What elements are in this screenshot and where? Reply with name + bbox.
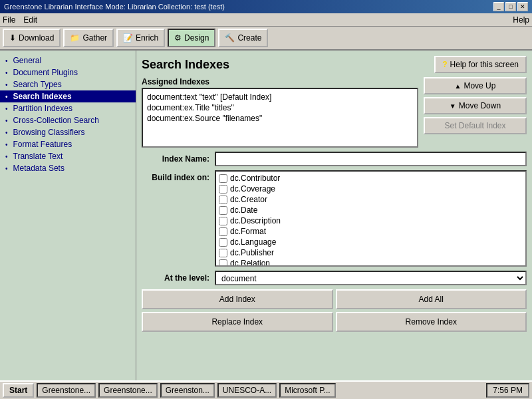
window-title: Greenstone Librarian Interface Mode: Lib… bbox=[4, 3, 225, 11]
taskbar-item-0[interactable]: Greenstone... bbox=[37, 383, 96, 398]
taskbar: Start Greenstone... Greenstone... Greens… bbox=[0, 380, 532, 399]
checkbox-list-container[interactable]: dc.Contributordc.Coveragedc.Creatordc.Da… bbox=[215, 170, 527, 267]
move-down-button[interactable]: Move Down bbox=[424, 97, 527, 114]
close-button[interactable]: ✕ bbox=[517, 2, 528, 11]
help-for-screen-button[interactable]: ? Help for this screen bbox=[434, 56, 527, 73]
taskbar-item-2[interactable]: Greenston... bbox=[160, 383, 215, 398]
sidebar-item-search-indexes[interactable]: Search Indexes bbox=[0, 90, 136, 102]
checkbox-item-7: dc.Publisher bbox=[217, 247, 524, 258]
create-tab[interactable]: 🔨 Create bbox=[218, 29, 268, 47]
assigned-indexes-label: Assigned Indexes bbox=[142, 77, 418, 86]
gather-icon: 📁 bbox=[70, 33, 80, 43]
taskbar-clock: 7:56 PM bbox=[486, 383, 529, 398]
add-index-button[interactable]: Add Index bbox=[142, 289, 333, 309]
design-tab[interactable]: ⚙ Design bbox=[168, 29, 215, 47]
taskbar-item-1[interactable]: Greenstone... bbox=[98, 383, 158, 398]
checkbox-8[interactable] bbox=[219, 259, 227, 267]
bottom-buttons: Add Index Add All Replace Index Remove I… bbox=[142, 289, 527, 332]
level-select[interactable]: document section paragraph bbox=[215, 271, 527, 285]
file-menu[interactable]: File bbox=[3, 15, 15, 25]
side-buttons: Move Up Move Down Set Default Index bbox=[424, 77, 527, 148]
arrow-down-icon bbox=[450, 101, 456, 110]
checkbox-item-8: dc.Relation bbox=[217, 258, 524, 267]
checkbox-4[interactable] bbox=[219, 217, 227, 225]
sidebar-item-search-types[interactable]: Search Types bbox=[0, 78, 136, 90]
index-name-row: Index Name: bbox=[142, 152, 527, 166]
arrow-up-icon bbox=[455, 81, 462, 90]
sidebar-item-general[interactable]: General bbox=[0, 55, 136, 66]
checkbox-5[interactable] bbox=[219, 227, 227, 236]
checkbox-item-0: dc.Contributor bbox=[217, 173, 524, 184]
checkbox-item-5: dc.Format bbox=[217, 226, 524, 237]
checkbox-item-3: dc.Date bbox=[217, 205, 524, 215]
replace-index-button[interactable]: Replace Index bbox=[142, 312, 333, 332]
build-index-label: Build index on: bbox=[142, 170, 215, 267]
title-bar: Greenstone Librarian Interface Mode: Lib… bbox=[0, 0, 532, 13]
assigned-indexes-list[interactable]: document:text "text" [Default Index] doc… bbox=[142, 88, 418, 148]
main-layout: General Document Plugins Search Types Se… bbox=[0, 51, 532, 380]
sidebar-item-format-features[interactable]: Format Features bbox=[0, 138, 136, 150]
help-icon: ? bbox=[442, 60, 447, 69]
build-index-section: Build index on: dc.Contributordc.Coverag… bbox=[142, 170, 527, 267]
checkbox-item-6: dc.Language bbox=[217, 237, 524, 247]
maximize-button[interactable]: □ bbox=[505, 2, 516, 11]
content-header: Search Indexes ? Help for this screen bbox=[142, 56, 527, 73]
index-name-label: Index Name: bbox=[142, 154, 215, 164]
level-label: At the level: bbox=[142, 273, 215, 283]
index-entry-2[interactable]: document:ex.Source "filenames" bbox=[146, 113, 414, 124]
move-up-button[interactable]: Move Up bbox=[424, 77, 527, 94]
checkbox-item-4: dc.Description bbox=[217, 215, 524, 226]
gather-tab[interactable]: 📁 Gather bbox=[63, 29, 114, 47]
set-default-index-button[interactable]: Set Default Index bbox=[424, 117, 527, 134]
start-button[interactable]: Start bbox=[3, 383, 34, 398]
checkbox-3[interactable] bbox=[219, 206, 227, 215]
download-icon: ⬇ bbox=[9, 33, 16, 43]
edit-menu[interactable]: Edit bbox=[23, 15, 37, 25]
enrich-icon: 📝 bbox=[123, 33, 133, 43]
sidebar-item-document-plugins[interactable]: Document Plugins bbox=[0, 66, 136, 78]
checkbox-item-2: dc.Creator bbox=[217, 194, 524, 205]
sidebar-item-translate-text[interactable]: Translate Text bbox=[0, 150, 136, 162]
taskbar-item-4[interactable]: Microsoft P... bbox=[279, 383, 335, 398]
level-row: At the level: document section paragraph bbox=[142, 271, 527, 285]
index-name-input[interactable] bbox=[215, 152, 527, 166]
menu-bar: File Edit Help bbox=[0, 13, 532, 27]
window-controls: _ □ ✕ bbox=[493, 2, 528, 11]
sidebar: General Document Plugins Search Types Se… bbox=[0, 51, 136, 380]
sidebar-item-partition-indexes[interactable]: Partition Indexes bbox=[0, 102, 136, 114]
enrich-tab[interactable]: 📝 Enrich bbox=[116, 29, 165, 47]
page-title: Search Indexes bbox=[142, 58, 229, 72]
sidebar-item-metadata-sets[interactable]: Metadata Sets bbox=[0, 162, 136, 174]
sidebar-item-cross-collection[interactable]: Cross-Collection Search bbox=[0, 114, 136, 126]
help-menu[interactable]: Help bbox=[513, 15, 529, 25]
checkbox-0[interactable] bbox=[219, 174, 227, 183]
taskbar-item-3[interactable]: UNESCO-A... bbox=[217, 383, 277, 398]
checkbox-1[interactable] bbox=[219, 185, 227, 194]
toolbar: ⬇ Download 📁 Gather 📝 Enrich ⚙ Design 🔨 … bbox=[0, 27, 532, 51]
remove-index-button[interactable]: Remove Index bbox=[336, 312, 527, 332]
checkbox-list: dc.Contributordc.Coveragedc.Creatordc.Da… bbox=[216, 172, 525, 267]
index-entry-0[interactable]: document:text "text" [Default Index] bbox=[146, 92, 414, 102]
assigned-indexes-section: Assigned Indexes document:text "text" [D… bbox=[142, 77, 527, 148]
download-tab[interactable]: ⬇ Download bbox=[3, 29, 61, 47]
sidebar-item-browsing-classifiers[interactable]: Browsing Classifiers bbox=[0, 126, 136, 138]
design-icon: ⚙ bbox=[174, 33, 182, 43]
index-entry-1[interactable]: document:ex.Title "titles" bbox=[146, 102, 414, 113]
checkbox-6[interactable] bbox=[219, 238, 227, 247]
checkbox-item-1: dc.Coverage bbox=[217, 184, 524, 194]
add-all-button[interactable]: Add All bbox=[336, 289, 527, 309]
checkbox-7[interactable] bbox=[219, 249, 227, 257]
content-area: Search Indexes ? Help for this screen As… bbox=[136, 51, 532, 380]
create-icon: 🔨 bbox=[225, 33, 235, 43]
minimize-button[interactable]: _ bbox=[493, 2, 504, 11]
checkbox-2[interactable] bbox=[219, 196, 227, 204]
